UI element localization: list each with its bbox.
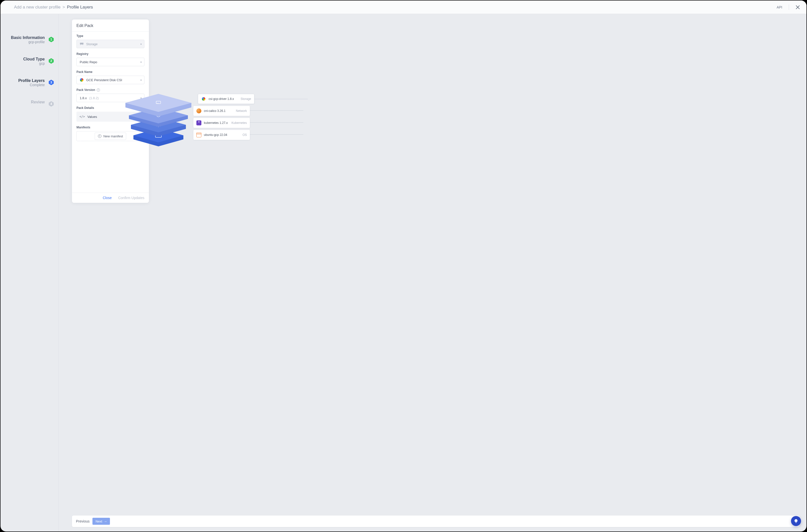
step-title: Review [31,100,45,104]
layer-tag: OS [243,133,247,137]
packname-value: GCE Persistent Disk CSI [86,78,122,82]
registry-label: Registry [76,52,145,56]
header: Add a new cluster profile > Profile Laye… [0,0,340,14]
layer-name: kubernetes 1.27.x [204,121,229,125]
breadcrumb-sub: Profile Layers [67,5,93,10]
calico-icon [196,108,201,113]
layer-card[interactable]: cni-calico 3.26.1 Network [193,106,250,116]
type-label: Type [76,34,145,38]
gcp-icon [80,78,83,82]
gcp-icon [202,97,205,101]
chevron-down-icon: ▾ [140,61,142,63]
layer-cards: csi-gcp-driver 1.8.x Storage cni-calico … [193,94,250,142]
storage-icon [80,42,84,46]
step-sub: gcp [23,61,45,65]
layer-stack [124,89,193,154]
svg-rect-7 [80,44,81,45]
layer-card[interactable]: csi-gcp-driver 1.8.x Storage [198,94,254,104]
layer-card[interactable]: kubernetes 1.27.x Kubernetes [193,118,250,128]
step-hex-icon: 2 [48,58,54,64]
values-label: Values [88,115,97,119]
layer-tag: Network [236,109,247,113]
breadcrumb-main: Add a new cluster profile [14,5,60,10]
close-button[interactable]: Close [103,196,112,200]
card-title: Edit Pack [72,19,149,32]
step-1[interactable]: Basic Information gcp-profile 1 [4,36,54,44]
step-title: Basic Information [11,36,45,40]
breadcrumb: Add a new cluster profile > Profile Laye… [14,5,93,10]
step-sub: Complete [18,83,45,87]
new-manifest-button[interactable]: + New manifest [95,133,127,140]
layer-name: csi-gcp-driver 1.8.x [209,97,238,101]
version-exact: (1.8.2) [89,96,99,100]
sidebar: Basic Information gcp-profile 1 Cloud Ty… [0,14,58,224]
step-4[interactable]: Review 4 [4,101,54,107]
layer-tag: Storage [241,97,251,101]
step-hex-icon: 1 [48,36,54,42]
step-2[interactable]: Cloud Type gcp 2 [4,58,54,65]
confirm-updates-button: Confirm Updates [118,196,145,200]
svg-point-32 [157,103,157,103]
step-sub: gcp-profile [11,40,45,44]
step-hex-icon: 4 [48,101,54,107]
layer-card[interactable]: ubuntu-gcp 22.04 OS [193,130,250,140]
breadcrumb-separator: > [62,5,65,10]
packname-select[interactable]: GCE Persistent Disk CSI ▾ [76,76,145,84]
registry-value: Public Repo [80,60,97,64]
step-title: Profile Layers [18,78,45,83]
type-value: Storage [86,42,98,46]
version-value: 1.8.x [80,96,87,100]
content: Edit Pack Type Storage ▾ Regist [58,14,340,224]
os-icon [196,132,201,137]
step-hex-icon: 3 [48,79,54,86]
chevron-down-icon: ▾ [140,43,142,45]
layer-name: cni-calico 3.26.1 [204,109,233,113]
registry-select[interactable]: Public Repo ▾ [76,58,145,66]
svg-point-33 [158,103,158,103]
info-icon[interactable]: i [97,89,100,92]
type-select: Storage ▾ [76,40,145,48]
k8s-icon [196,120,201,126]
plus-circle-icon: + [98,134,101,138]
svg-rect-6 [80,43,83,44]
step-title: Cloud Type [23,57,45,61]
layer-name: ubuntu-gcp 22.04 [204,133,240,137]
code-icon: </> [79,115,85,118]
layer-tag: Kubernetes [231,121,247,125]
step-3[interactable]: Profile Layers Complete 3 [4,79,54,87]
chevron-down-icon: ▾ [140,79,142,81]
packname-label: Pack Name [76,70,145,74]
